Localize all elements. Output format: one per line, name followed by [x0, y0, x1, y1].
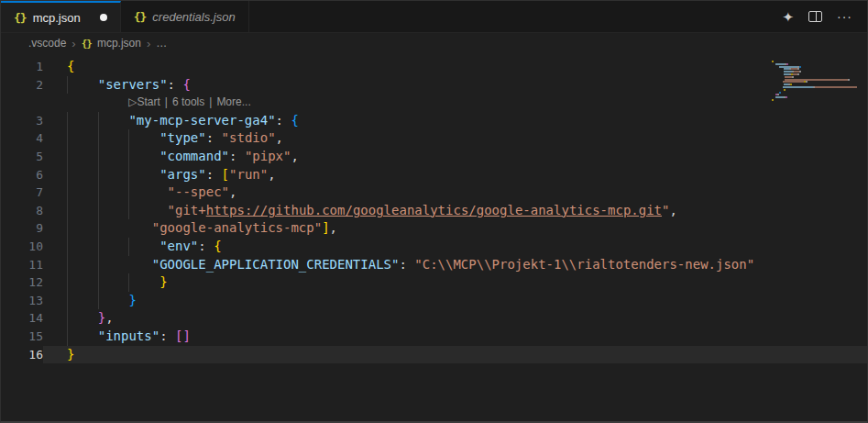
- chevron-right-icon: ›: [71, 37, 75, 50]
- indent-guide: [128, 202, 129, 220]
- minimap-seg: [772, 61, 774, 62]
- code-line[interactable]: 1{: [1, 58, 867, 76]
- minimap-seg: [785, 76, 792, 78]
- token-punct: :: [276, 113, 291, 128]
- minimap-seg: [848, 79, 850, 81]
- minimap-line: [772, 63, 860, 65]
- more-actions-icon[interactable]: ···: [837, 10, 852, 23]
- tab-label: credentials.json: [152, 10, 235, 24]
- code-text: }: [67, 273, 168, 292]
- minimap-seg: [779, 92, 781, 94]
- code-line[interactable]: 7 "--spec",: [1, 184, 867, 202]
- codelens-more[interactable]: More...: [216, 95, 250, 108]
- tab-credentials-json[interactable]: {} credentials.json: [121, 1, 249, 32]
- tab-label: mcp.json: [33, 11, 81, 25]
- editor-tab-bar: {} mcp.json {} credentials.json ✦ ···: [1, 1, 867, 33]
- indent-guide: [67, 309, 68, 328]
- modified-dot-icon[interactable]: [100, 14, 107, 21]
- indent-guide: [98, 184, 99, 202]
- code-line[interactable]: 16}: [1, 346, 867, 364]
- token-key: "command": [159, 149, 229, 163]
- minimap-line: [772, 81, 860, 83]
- split-editor-icon[interactable]: [808, 11, 822, 22]
- token-punct: :: [206, 167, 222, 182]
- token-stru: https://github.com/googleanalytics/googl…: [206, 203, 662, 217]
- token-punct: :: [168, 77, 183, 92]
- code-line[interactable]: 13 }: [1, 292, 867, 310]
- line-number: 7: [1, 184, 43, 202]
- token-key: "inputs": [98, 328, 159, 343]
- minimap-seg: [783, 81, 804, 83]
- line-number: 3: [1, 112, 43, 130]
- token-b2: }: [98, 310, 105, 325]
- token-str: "run": [229, 167, 268, 182]
- codelens-start[interactable]: Start: [137, 95, 159, 108]
- code-line[interactable]: 10 "env": {: [1, 238, 867, 256]
- breadcrumb-more[interactable]: …: [156, 37, 167, 50]
- code-line[interactable]: 3 "my-mcp-server-ga4": {: [1, 112, 867, 130]
- code-line[interactable]: 8 "git+https://github.com/googleanalytic…: [1, 202, 867, 220]
- token-punct: :: [206, 130, 222, 145]
- line-number: 9: [1, 219, 43, 238]
- indent-guide: [98, 238, 99, 256]
- code-editor[interactable]: 1{2 "servers": {▷Start|6 tools|More...3 …: [1, 53, 867, 423]
- token-str: "google-analytics-mcp": [152, 220, 322, 235]
- token-b3: {: [291, 113, 298, 128]
- token-b1: {: [214, 239, 221, 253]
- editor-actions: ✦ ···: [782, 1, 867, 32]
- indent-guide: [67, 76, 68, 95]
- code-line[interactable]: 4 "type": "stdio",: [1, 129, 867, 148]
- code-line[interactable]: 9 "google-analytics-mcp"],: [1, 219, 867, 238]
- indent-guide: [67, 238, 68, 256]
- minimap-line: [772, 76, 860, 78]
- token-b1: [: [222, 167, 229, 182]
- code-line[interactable]: 11 "GOOGLE_APPLICATION_CREDENTIALS": "C:…: [1, 256, 867, 274]
- code-line[interactable]: 14 },: [1, 309, 867, 328]
- indent-guide: [98, 202, 99, 220]
- breadcrumb-folder[interactable]: .vscode: [28, 37, 66, 50]
- token-punct: ,: [105, 310, 113, 325]
- breadcrumb-file[interactable]: mcp.json: [97, 37, 141, 50]
- minimap-line: [772, 86, 860, 88]
- code-line[interactable]: 6 "args": ["run",: [1, 166, 867, 184]
- json-file-icon: {}: [82, 38, 92, 50]
- minimap-seg: [797, 73, 799, 75]
- indent-guide: [98, 148, 99, 166]
- line-number: 10: [1, 238, 43, 256]
- code-line[interactable]: 2 "servers": {: [1, 76, 867, 95]
- code-text: }: [67, 346, 74, 364]
- line-number: 15: [1, 328, 43, 346]
- indent-guide: [98, 129, 99, 148]
- code-line[interactable]: 5 "command": "pipx",: [1, 148, 867, 166]
- indent-guide: [98, 219, 99, 238]
- minimap-line: [772, 79, 860, 81]
- codelens-tools[interactable]: 6 tools: [172, 95, 204, 108]
- minimap-seg: [791, 68, 797, 70]
- code-text: {: [67, 58, 74, 76]
- minimap[interactable]: [772, 61, 860, 102]
- code-line[interactable]: 15 "inputs": []: [1, 328, 867, 346]
- minimap-line: [772, 96, 860, 98]
- codelens-row[interactable]: ▷Start|6 tools|More...: [1, 94, 867, 112]
- tab-mcp-json[interactable]: {} mcp.json: [1, 1, 121, 32]
- json-file-icon: {}: [14, 11, 27, 25]
- code-text: "command": "pipx",: [67, 148, 299, 166]
- indent-guide: [128, 148, 129, 166]
- line-number: 4: [1, 129, 43, 148]
- token-key: "my-mcp-server-ga4": [128, 113, 275, 128]
- indent-guide: [67, 112, 68, 130]
- code-line[interactable]: 12 }: [1, 273, 867, 292]
- indent-guide: [67, 129, 68, 148]
- token-b3: }: [128, 293, 136, 307]
- indent-guide: [67, 148, 68, 166]
- indent-guide: [98, 166, 99, 184]
- line-number: 11: [1, 256, 43, 274]
- code-text: "type": "stdio",: [67, 129, 283, 148]
- indent-guide: [67, 328, 68, 346]
- minimap-seg: [779, 66, 797, 68]
- token-b2: []: [175, 328, 191, 343]
- token-punct: ,: [268, 167, 275, 182]
- copilot-sparkle-icon[interactable]: ✦: [782, 10, 794, 24]
- code-text: "GOOGLE_APPLICATION_CREDENTIALS": "C:\\M…: [67, 256, 754, 274]
- indent-guide: [67, 292, 68, 310]
